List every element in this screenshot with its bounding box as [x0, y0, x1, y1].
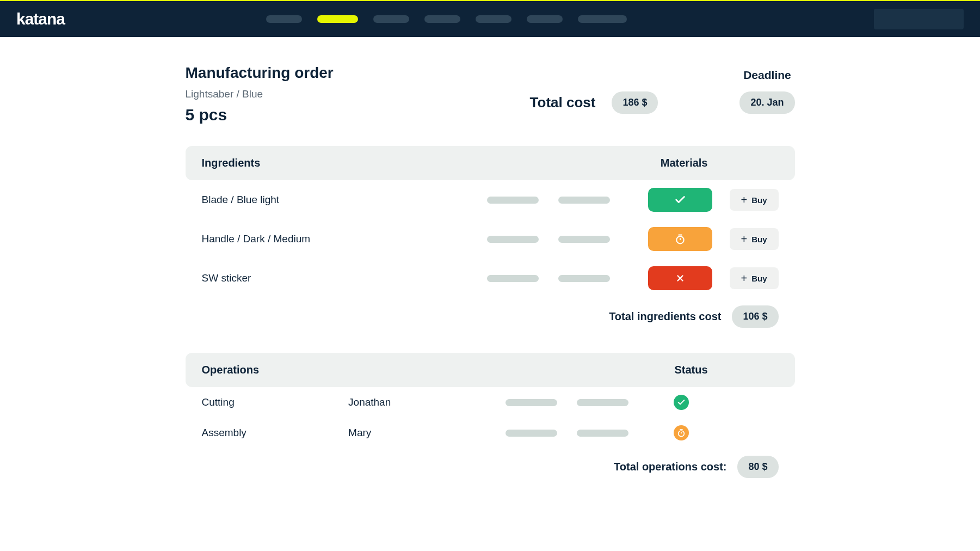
ingredient-row: Blade / Blue light + Buy — [186, 180, 795, 219]
nav-tab-4[interactable] — [424, 15, 460, 23]
deadline-label: Deadline — [743, 69, 791, 82]
placeholder — [558, 236, 610, 243]
buy-label: Buy — [751, 195, 767, 205]
total-cost-value: 186 $ — [612, 91, 658, 114]
placeholder — [487, 197, 539, 204]
operation-status-done[interactable] — [674, 395, 689, 410]
plus-icon: + — [741, 234, 747, 244]
buy-label: Buy — [751, 274, 767, 283]
nav-tab-active[interactable] — [317, 15, 358, 23]
brand-logo: katana — [16, 10, 65, 28]
operation-assignee: Mary — [348, 427, 506, 439]
deadline-value[interactable]: 20. Jan — [739, 91, 794, 114]
ingredient-row: SW sticker + Buy — [186, 259, 795, 298]
search-input[interactable] — [874, 9, 964, 29]
placeholder — [487, 236, 539, 243]
ingredient-name: SW sticker — [202, 272, 354, 284]
operation-row: Assembly Mary — [186, 418, 795, 448]
material-status-available[interactable] — [648, 188, 712, 212]
buy-label: Buy — [751, 235, 767, 244]
ingredient-row: Handle / Dark / Medium + Buy — [186, 219, 795, 259]
plus-icon: + — [741, 273, 747, 284]
quantity: 5 pcs — [186, 106, 530, 124]
clock-icon — [675, 234, 686, 244]
nav-tab-7[interactable] — [578, 15, 627, 23]
operations-header: Operations Status — [186, 353, 795, 387]
buy-button[interactable]: + Buy — [730, 189, 779, 211]
nav-tab-3[interactable] — [373, 15, 409, 23]
nav-tabs — [266, 15, 627, 23]
ingredient-name: Handle / Dark / Medium — [202, 233, 354, 245]
check-icon — [674, 194, 686, 206]
operations-header-left: Operations — [202, 364, 260, 376]
material-status-missing[interactable] — [648, 266, 712, 290]
operation-row: Cutting Jonathan — [186, 387, 795, 418]
product-subtitle: Lightsaber / Blue — [186, 88, 530, 100]
placeholder — [558, 275, 610, 282]
clock-icon — [677, 428, 686, 437]
placeholder — [506, 430, 557, 437]
ingredients-header: Ingredients Materials — [186, 146, 795, 180]
operation-name: Assembly — [202, 427, 349, 439]
ingredient-name: Blade / Blue light — [202, 194, 354, 206]
material-status-pending[interactable] — [648, 227, 712, 251]
plus-icon: + — [741, 194, 747, 205]
operation-status-pending[interactable] — [674, 425, 689, 440]
placeholder — [577, 399, 628, 406]
buy-button[interactable]: + Buy — [730, 228, 779, 250]
check-icon — [677, 398, 686, 407]
nav-tab-1[interactable] — [266, 15, 302, 23]
total-cost-label: Total cost — [530, 94, 596, 111]
placeholder — [558, 197, 610, 204]
placeholder — [577, 430, 628, 437]
ingredients-header-right: Materials — [661, 157, 708, 169]
placeholder — [487, 275, 539, 282]
placeholder — [506, 399, 557, 406]
nav-tab-5[interactable] — [476, 15, 511, 23]
operations-header-right: Status — [674, 364, 707, 376]
nav-tab-6[interactable] — [527, 15, 563, 23]
ingredients-total-value: 106 $ — [732, 305, 778, 328]
svg-point-6 — [678, 431, 684, 437]
operation-assignee: Jonathan — [348, 396, 506, 408]
buy-button[interactable]: + Buy — [730, 267, 779, 289]
ingredients-total-label: Total ingredients cost — [609, 310, 721, 323]
close-icon — [675, 273, 685, 283]
top-nav: katana — [0, 0, 980, 37]
page-title: Manufacturing order — [186, 64, 530, 82]
operations-total-label: Total operations cost: — [614, 461, 726, 473]
svg-point-1 — [676, 236, 683, 243]
operations-total-value: 80 $ — [737, 456, 778, 478]
ingredients-header-left: Ingredients — [202, 157, 261, 169]
operation-name: Cutting — [202, 396, 349, 408]
